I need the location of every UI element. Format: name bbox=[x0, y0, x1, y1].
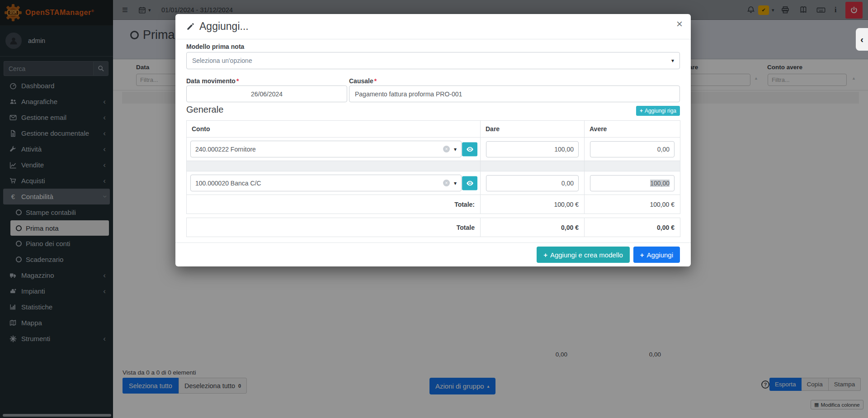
plus-icon: + bbox=[640, 251, 644, 259]
subtotal-label: Totale: bbox=[187, 195, 481, 214]
modal-footer-divider bbox=[175, 242, 691, 243]
view-account-button[interactable] bbox=[462, 142, 477, 156]
clear-icon[interactable]: × bbox=[443, 180, 450, 186]
dare-input-row2[interactable] bbox=[486, 175, 579, 191]
conto-value: 240.000222 Fornitore bbox=[195, 146, 256, 153]
caret-down-icon: ▾ bbox=[454, 146, 457, 152]
conto-select-row2[interactable]: 100.000020 Banca C/C × ▾ bbox=[190, 175, 462, 191]
required-mark: * bbox=[374, 77, 377, 85]
table-row: 240.000222 Fornitore × ▾ bbox=[187, 138, 680, 161]
table-row: 100.000020 Banca C/C × ▾ 100,00 bbox=[187, 171, 680, 195]
right-panel-toggle[interactable]: ‹ bbox=[856, 28, 868, 51]
section-title: Generale bbox=[186, 104, 223, 115]
modal-header: Aggiungi... bbox=[175, 14, 691, 39]
grand-total-row: Totale 0,00 € 0,00 € bbox=[187, 218, 680, 237]
subtotal-dare: 100,00 € bbox=[481, 195, 585, 214]
eye-icon bbox=[466, 179, 474, 187]
model-label: Modello prima nota bbox=[186, 43, 244, 50]
clear-icon[interactable]: × bbox=[443, 146, 450, 152]
model-select-placeholder: Seleziona un'opzione bbox=[192, 57, 252, 64]
grand-total-dare: 0,00 € bbox=[481, 218, 585, 237]
add-prima-nota-modal: Aggiungi... × Modello prima nota Selezio… bbox=[175, 14, 691, 266]
modal-footer: + Aggiungi e crea modello + Aggiungi bbox=[537, 247, 680, 263]
avere-input-row2[interactable]: 100,00 bbox=[590, 175, 675, 191]
pencil-icon bbox=[186, 22, 195, 31]
avere-input-row1[interactable] bbox=[590, 141, 675, 157]
add-row-label: Aggiungi riga bbox=[645, 108, 676, 114]
grand-total-label: Totale bbox=[187, 218, 481, 237]
required-mark: * bbox=[236, 77, 239, 85]
subtotal-row: Totale: 100,00 € 100,00 € bbox=[187, 195, 680, 214]
conto-value: 100.000020 Banca C/C bbox=[195, 180, 261, 187]
conto-select-row1[interactable]: 240.000222 Fornitore × ▾ bbox=[190, 141, 462, 157]
stripe-row bbox=[187, 161, 680, 171]
modal-title: Aggiungi... bbox=[199, 20, 249, 33]
caret-down-icon: ▾ bbox=[454, 180, 457, 186]
date-label: Data movimento* bbox=[186, 77, 239, 85]
selected-text: 100,00 bbox=[650, 180, 670, 187]
chevron-left-icon: ‹ bbox=[860, 34, 863, 45]
column-header-conto: Conto bbox=[187, 121, 481, 138]
model-select[interactable]: Seleziona un'opzione ▾ bbox=[186, 52, 680, 69]
add-template-label: Aggiungi e crea modello bbox=[550, 251, 623, 259]
plus-icon: + bbox=[543, 251, 547, 259]
column-header-dare: Dare bbox=[481, 121, 585, 138]
journal-rows-table: Conto Dare Avere 240.000222 Fornitore × … bbox=[186, 120, 680, 214]
column-header-avere: Avere bbox=[585, 121, 680, 138]
causale-input[interactable] bbox=[349, 86, 680, 102]
add-and-create-template-button[interactable]: + Aggiungi e crea modello bbox=[537, 247, 630, 263]
add-button[interactable]: + Aggiungi bbox=[633, 247, 680, 263]
view-account-button[interactable] bbox=[462, 176, 477, 190]
caret-down-icon: ▾ bbox=[671, 57, 674, 64]
grand-total-table: Totale 0,00 € 0,00 € bbox=[186, 218, 680, 237]
close-icon[interactable]: × bbox=[676, 19, 683, 29]
date-input[interactable] bbox=[186, 86, 347, 102]
dare-input-row1[interactable] bbox=[486, 141, 579, 157]
subtotal-avere: 100,00 € bbox=[585, 195, 680, 214]
add-label: Aggiungi bbox=[647, 251, 673, 259]
plus-icon: + bbox=[640, 108, 643, 114]
grand-total-avere: 0,00 € bbox=[585, 218, 680, 237]
add-row-button[interactable]: + Aggiungi riga bbox=[636, 106, 680, 116]
causale-label: Causale* bbox=[349, 77, 377, 85]
eye-icon bbox=[466, 145, 474, 153]
